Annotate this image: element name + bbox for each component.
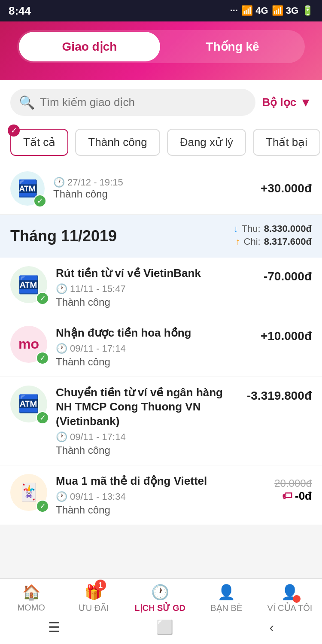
trans-title-4: Mua 1 mã thẻ di động Viettel — [56, 474, 266, 489]
atm-icon: 🏧 — [18, 179, 38, 198]
trans-status-3: Thành công — [56, 444, 238, 456]
clock-icon-3: 🕐 — [56, 431, 67, 443]
transaction-item-1[interactable]: 🏧 ✓ Rút tiền từ ví về VietinBank 🕐 11/11… — [0, 258, 322, 317]
status-time: 8:44 — [9, 4, 31, 18]
vi-nav-icon: 👤 — [281, 583, 299, 601]
trans-status-2: Thành công — [56, 356, 252, 368]
clock-icon-4: 🕐 — [56, 491, 67, 502]
uudai-nav-label: ƯU ĐÃI — [79, 603, 109, 613]
arrow-up-icon: ↑ — [236, 236, 240, 247]
signal-3g: 📶 3G — [272, 5, 298, 16]
trans-icon-3: 🏧 ✓ — [10, 386, 47, 422]
search-icon: 🔍 — [19, 95, 35, 110]
trans-time-2: 🕐 09/11 - 17:14 — [56, 343, 252, 354]
trans-info-4: Mua 1 mã thẻ di động Viettel 🕐 09/11 - 1… — [56, 474, 266, 516]
chip-success[interactable]: Thành công — [75, 129, 160, 156]
trans-amount-4: -0đ — [295, 489, 312, 503]
check-2: ✓ — [36, 352, 49, 365]
friends-icon: 👤 — [217, 584, 235, 600]
trans-icon-4: 🃏 ✓ — [10, 474, 47, 511]
prev-item-icon: 🏧 ✓ — [10, 171, 45, 206]
nav-banbe[interactable]: 👤 BẠN BÈ — [205, 583, 248, 613]
promo-icon: 🏷 — [282, 490, 292, 502]
header: Giao dịch Thống kê — [0, 21, 322, 80]
trans-title-3: Chuyển tiền từ ví về ngân hàng NH TMCP C… — [56, 386, 238, 429]
nav-momo[interactable]: 🏠 MOMO — [10, 583, 53, 613]
bank-icon: 🏧 — [18, 275, 39, 295]
chip-processing[interactable]: Đang xử lý — [167, 129, 246, 156]
search-input[interactable] — [40, 96, 247, 109]
prev-item-info: 🕐 27/12 - 19:15 Thành công — [53, 177, 252, 200]
bank-icon-3: 🏧 — [18, 394, 39, 414]
trans-amount-3: -3.319.800đ — [247, 389, 312, 403]
trans-time-4: 🕐 09/11 - 13:34 — [56, 491, 266, 502]
prev-item-amount: +30.000đ — [261, 182, 312, 195]
trans-icon-2: mo ✓ — [10, 326, 47, 363]
status-dots: ··· — [230, 5, 238, 16]
status-icons: ··· 📶 4G 📶 3G 🔋 — [230, 5, 313, 16]
arrow-down-icon: ↓ — [234, 223, 238, 234]
check-1: ✓ — [36, 292, 49, 305]
trans-info-2: Nhận được tiền hoa hồng 🕐 09/11 - 17:14 … — [56, 326, 252, 368]
nav-uudai[interactable]: 🎁 1 ƯU ĐÃI — [72, 583, 115, 613]
trans-amount-1: -70.000đ — [264, 270, 312, 283]
trans-amount-wrap-2: +10.000đ — [261, 326, 312, 343]
bottom-nav: 🏠 MOMO 🎁 1 ƯU ĐÃI 🕐 LỊCH SỬ GD 👤 BẠN BÈ — [0, 578, 322, 644]
trans-status-4: Thành công — [56, 504, 266, 516]
check-4: ✓ — [36, 500, 49, 513]
tab-thong-ke[interactable]: Thống kê — [162, 32, 303, 61]
filter-label: Bộ lọc — [262, 96, 297, 109]
search-bar: 🔍 — [10, 89, 255, 116]
system-nav-bar: ☰ ⬜ ‹ — [0, 615, 322, 644]
filter-chips: Tất cả Thành công Đang xử lý Thất bại — [0, 125, 322, 164]
banbe-nav-label: BẠN BÈ — [210, 603, 242, 613]
lichsu-nav-label: LỊCH SỬ GD — [134, 603, 185, 613]
trans-amount-wrap-1: -70.000đ — [264, 266, 312, 283]
month-title: Tháng 11/2019 — [10, 227, 117, 245]
banbe-nav-icon: 👤 — [217, 583, 235, 601]
vi-badge-dot — [293, 595, 301, 603]
momo-nav-label: MOMO — [17, 603, 45, 613]
trans-amount-wrap-4: 20.000đ 🏷 -0đ — [274, 474, 312, 503]
history-icon: 🕐 — [151, 584, 169, 600]
thu-stat: ↓ Thu: 8.330.000đ — [234, 223, 312, 234]
transaction-item-prev[interactable]: 🏧 ✓ 🕐 27/12 - 19:15 Thành công +30.000đ — [0, 164, 322, 215]
chip-failed[interactable]: Thất bại — [253, 129, 320, 156]
thu-value: 8.330.000đ — [264, 223, 312, 234]
uudai-nav-icon: 🎁 1 — [85, 583, 103, 601]
transaction-item-4[interactable]: 🃏 ✓ Mua 1 mã thẻ di động Viettel 🕐 09/11… — [0, 465, 322, 525]
trans-amount-strike-4: 20.000đ — [274, 477, 312, 489]
filter-button[interactable]: Bộ lọc ▼ — [262, 96, 312, 109]
check-3: ✓ — [36, 411, 49, 424]
trans-amount-wrap-3: -3.319.800đ — [247, 386, 312, 403]
chip-all[interactable]: Tất cả — [10, 129, 68, 156]
prev-item-time: 🕐 27/12 - 19:15 — [53, 177, 252, 188]
momo-home-icon: 🏠 — [22, 584, 40, 600]
nav-vi[interactable]: 👤 VÍ CỦA TÔI — [267, 583, 313, 613]
trans-amount-2: +10.000đ — [261, 329, 312, 343]
chi-label: Chi: — [244, 236, 261, 247]
signal-4g: 📶 4G — [241, 5, 268, 16]
trans-status-1: Thành công — [56, 296, 255, 308]
trans-time-1: 🕐 11/11 - 15:47 — [56, 283, 255, 295]
status-bar: 8:44 ··· 📶 4G 📶 3G 🔋 — [0, 0, 322, 21]
lichsu-nav-icon: 🕐 — [151, 583, 169, 601]
filter-icon: ▼ — [300, 96, 312, 109]
nav-items: 🏠 MOMO 🎁 1 ƯU ĐÃI 🕐 LỊCH SỬ GD 👤 BẠN BÈ — [0, 579, 322, 615]
menu-icon[interactable]: ☰ — [48, 619, 61, 635]
nav-lichsu[interactable]: 🕐 LỊCH SỬ GD — [134, 583, 185, 613]
trans-amount-promo-4: 🏷 -0đ — [282, 489, 312, 503]
transaction-item-2[interactable]: mo ✓ Nhận được tiền hoa hồng 🕐 09/11 - 1… — [0, 317, 322, 377]
transaction-item-3[interactable]: 🏧 ✓ Chuyển tiền từ ví về ngân hàng NH TM… — [0, 377, 322, 465]
battery-icon: 🔋 — [302, 5, 313, 16]
back-icon[interactable]: ‹ — [270, 620, 274, 635]
chi-value: 8.317.600đ — [264, 236, 312, 247]
home-square-icon[interactable]: ⬜ — [156, 619, 173, 635]
tab-switcher: Giao dịch Thống kê — [17, 30, 305, 63]
tab-giao-dich[interactable]: Giao dịch — [19, 32, 160, 61]
uudai-badge: 1 — [95, 580, 106, 591]
status-check-icon: ✓ — [33, 194, 46, 207]
trans-info-1: Rút tiền từ ví về VietinBank 🕐 11/11 - 1… — [56, 266, 255, 308]
chi-stat: ↑ Chi: 8.317.600đ — [234, 236, 312, 247]
vi-nav-label: VÍ CỦA TÔI — [267, 603, 313, 613]
